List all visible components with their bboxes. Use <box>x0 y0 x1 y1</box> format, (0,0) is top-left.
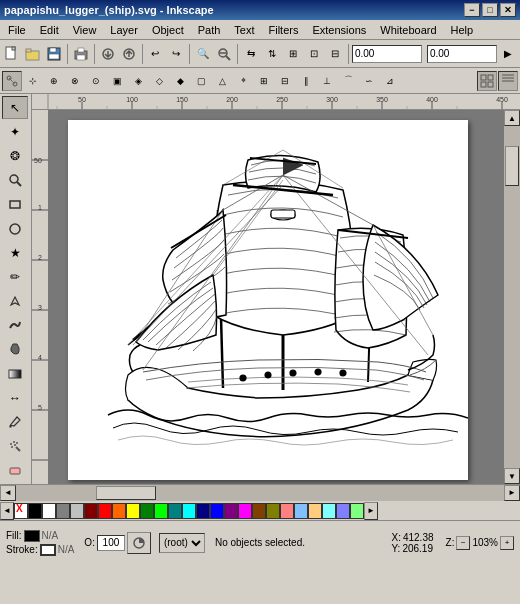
palette-scroll-right[interactable]: ► <box>364 502 378 520</box>
snap-btn7[interactable]: ◇ <box>149 71 169 91</box>
snap-btn10[interactable]: △ <box>212 71 232 91</box>
color-swatch-magenta[interactable] <box>238 503 252 519</box>
tb-btn-a[interactable]: ⇆ <box>241 43 261 65</box>
color-swatch-gray[interactable] <box>56 503 70 519</box>
snap-btn4[interactable]: ⊙ <box>86 71 106 91</box>
color-swatch-teal[interactable] <box>168 503 182 519</box>
open-button[interactable] <box>23 43 43 65</box>
menu-text[interactable]: Text <box>228 22 260 38</box>
eraser-tool-button[interactable] <box>2 459 28 482</box>
color-swatch-white[interactable] <box>42 503 56 519</box>
view-button[interactable] <box>498 71 518 91</box>
maximize-button[interactable]: □ <box>482 3 498 17</box>
save-button[interactable] <box>44 43 64 65</box>
x-coord-input[interactable] <box>352 45 422 63</box>
bucket-tool-button[interactable] <box>2 338 28 361</box>
pencil-tool-button[interactable]: ✏ <box>2 265 28 288</box>
color-swatch-olive[interactable] <box>266 503 280 519</box>
zoom-out-button[interactable] <box>214 43 234 65</box>
zoom-decrease-button[interactable]: − <box>456 536 470 550</box>
close-button[interactable]: ✕ <box>500 3 516 17</box>
snap-btn15[interactable]: ⊥ <box>317 71 337 91</box>
opacity-input[interactable] <box>97 535 125 551</box>
palette-scroll-left[interactable]: ◄ <box>0 502 14 520</box>
snap-btn16[interactable]: ⌒ <box>338 71 358 91</box>
color-swatch-lavender[interactable] <box>336 503 350 519</box>
dropper-tool-button[interactable] <box>2 410 28 433</box>
select-tool-button[interactable]: ↖ <box>2 96 28 119</box>
y-coord-input[interactable] <box>427 45 497 63</box>
snap-btn2[interactable]: ⊕ <box>44 71 64 91</box>
color-swatch-blue[interactable] <box>210 503 224 519</box>
menu-layer[interactable]: Layer <box>104 22 144 38</box>
rect-tool-button[interactable] <box>2 193 28 216</box>
menu-path[interactable]: Path <box>192 22 227 38</box>
pen-tool-button[interactable] <box>2 290 28 313</box>
color-swatch-maroon[interactable] <box>84 503 98 519</box>
snap-btn17[interactable]: ∽ <box>359 71 379 91</box>
color-swatch-cyan[interactable] <box>182 503 196 519</box>
zoom-in-button[interactable]: 🔍 <box>193 43 213 65</box>
color-swatch-yellow[interactable] <box>126 503 140 519</box>
color-swatch-lightcyan[interactable] <box>322 503 336 519</box>
snap-btn5[interactable]: ▣ <box>107 71 127 91</box>
opacity-icon-button[interactable] <box>127 532 151 554</box>
snap-enable-button[interactable] <box>2 71 22 91</box>
no-paint-swatch[interactable] <box>14 503 28 519</box>
fill-swatch[interactable] <box>24 530 40 542</box>
color-swatch-lime[interactable] <box>154 503 168 519</box>
snap-btn8[interactable]: ◆ <box>170 71 190 91</box>
scroll-down-button[interactable]: ▼ <box>504 468 520 484</box>
calligraphy-tool-button[interactable] <box>2 314 28 337</box>
menu-help[interactable]: Help <box>445 22 480 38</box>
menu-extensions[interactable]: Extensions <box>306 22 372 38</box>
color-swatch-lightblue[interactable] <box>294 503 308 519</box>
node-tool-button[interactable]: ✦ <box>2 120 28 143</box>
layer-select[interactable]: (root) <box>159 533 205 553</box>
gradient-tool-button[interactable] <box>2 362 28 385</box>
snap-btn18[interactable]: ⊿ <box>380 71 400 91</box>
stroke-swatch[interactable] <box>40 544 56 556</box>
color-swatch-brown[interactable] <box>252 503 266 519</box>
scroll-left-button[interactable]: ◄ <box>0 485 16 501</box>
snap-btn12[interactable]: ⊞ <box>254 71 274 91</box>
circle-tool-button[interactable] <box>2 217 28 240</box>
star-tool-button[interactable]: ★ <box>2 241 28 264</box>
zoom-tool-button[interactable] <box>2 169 28 192</box>
connector-tool-button[interactable]: ↔ <box>2 386 28 409</box>
color-swatch-red[interactable] <box>98 503 112 519</box>
import-button[interactable] <box>98 43 118 65</box>
snap-btn3[interactable]: ⊗ <box>65 71 85 91</box>
tb-btn-c[interactable]: ⊞ <box>283 43 303 65</box>
tb-btn-e[interactable]: ⊟ <box>325 43 345 65</box>
zoom-increase-button[interactable]: + <box>500 536 514 550</box>
color-swatch-purple[interactable] <box>224 503 238 519</box>
menu-object[interactable]: Object <box>146 22 190 38</box>
more-tools-button[interactable]: ▶ <box>498 43 518 65</box>
grid-button[interactable] <box>477 71 497 91</box>
color-swatch-pink[interactable] <box>280 503 294 519</box>
color-swatch-black[interactable] <box>28 503 42 519</box>
tweak-tool-button[interactable]: ❂ <box>2 144 28 167</box>
color-swatch-orange[interactable] <box>112 503 126 519</box>
color-swatch-lightgreen[interactable] <box>350 503 364 519</box>
menu-whiteboard[interactable]: Whiteboard <box>374 22 442 38</box>
canvas-viewport[interactable] <box>48 110 504 484</box>
scroll-thumb-vertical[interactable] <box>505 146 519 186</box>
color-swatch-navy[interactable] <box>196 503 210 519</box>
snap-btn14[interactable]: ∥ <box>296 71 316 91</box>
tb-btn-b[interactable]: ⇅ <box>262 43 282 65</box>
menu-file[interactable]: File <box>2 22 32 38</box>
snap-btn6[interactable]: ◈ <box>128 71 148 91</box>
menu-edit[interactable]: Edit <box>34 22 65 38</box>
snap-btn9[interactable]: ▢ <box>191 71 211 91</box>
scroll-track-horizontal[interactable] <box>16 485 504 501</box>
redo-button[interactable]: ↪ <box>166 43 186 65</box>
export-button[interactable] <box>119 43 139 65</box>
color-swatch-silver[interactable] <box>70 503 84 519</box>
undo-button[interactable]: ↩ <box>145 43 165 65</box>
spray-tool-button[interactable] <box>2 435 28 458</box>
new-button[interactable] <box>2 43 22 65</box>
snap-btn13[interactable]: ⊟ <box>275 71 295 91</box>
tb-btn-d[interactable]: ⊡ <box>304 43 324 65</box>
